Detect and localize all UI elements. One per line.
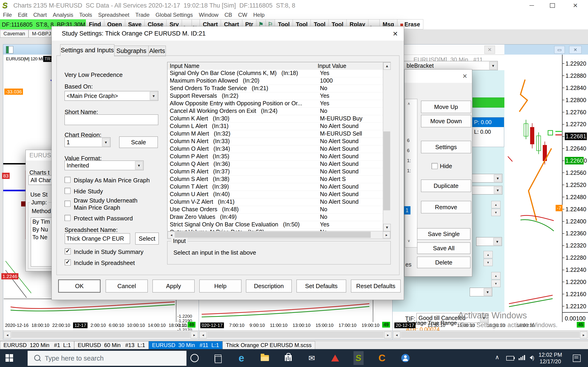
order-type-dropdown[interactable]: bleBracket ▼ — [393, 61, 498, 70]
chart-tab[interactable]: EURUSD 30 Min #11 L:1 — [149, 341, 223, 349]
file-explorer-icon[interactable] — [260, 351, 270, 365]
maximize-button[interactable] — [544, 0, 561, 11]
chevron-down-icon[interactable]: ▼ — [150, 92, 157, 100]
action-center-icon[interactable] — [573, 355, 581, 362]
table-row[interactable]: Maximum Position Allowed (In:20) 1000 — [167, 77, 383, 85]
chevron-down-icon[interactable]: ▼ — [494, 175, 502, 182]
apply-button[interactable]: Apply — [153, 280, 195, 292]
mail-icon[interactable]: ✉ — [307, 351, 317, 365]
short-name-input[interactable] — [65, 115, 158, 125]
scroll-thumb[interactable] — [207, 332, 384, 338]
app-icon-person[interactable] — [400, 351, 410, 365]
table-row[interactable]: Column T Alert (In:39) No Alert Sound — [167, 183, 383, 191]
menu-item[interactable]: Spreadsheet — [95, 12, 132, 18]
trade-dropdown[interactable]: ▼ — [472, 174, 502, 183]
chevron-down-icon[interactable]: ▼ — [135, 161, 143, 169]
chart-region-dropdown[interactable]: 1 ▼ — [65, 137, 111, 147]
menu-item[interactable]: Analysis — [50, 12, 76, 18]
menu-item[interactable]: File — [0, 12, 15, 18]
scroll-up-icon[interactable]: ∧ — [407, 101, 410, 106]
edge-icon[interactable]: e — [236, 351, 246, 365]
chart-tab[interactable]: EURUSD 120 Min #1 L:1 — [0, 341, 74, 349]
trade-dropdown[interactable]: ▼ — [470, 288, 492, 296]
sierra-chart-taskbar-icon[interactable]: S — [354, 351, 363, 365]
table-row[interactable]: Column N Alert (In:33) No Alert Sound — [167, 138, 383, 145]
table-row[interactable]: Column M Alert (In:32) M-EURUSD Sell — [167, 130, 383, 138]
table-row[interactable]: Support Reversals (In:22) Yes — [167, 92, 383, 100]
scroll-left-icon[interactable]: ◂ — [393, 332, 400, 338]
close-icon[interactable]: ✕ — [484, 46, 495, 54]
column-header-input-value[interactable]: Input Value — [318, 63, 346, 69]
table-row[interactable]: Draw Zero Values (In:49) No — [167, 214, 383, 221]
tab-alerts[interactable]: Alerts — [148, 46, 166, 56]
table-row[interactable]: Signal Only On Bar Close (Columns K, M) … — [167, 70, 383, 77]
buy-button[interactable] — [473, 98, 505, 108]
table-row[interactable]: Column Q Alert (In:36) No Alert Sound — [167, 161, 383, 168]
restore-icon[interactable]: ▭ — [554, 46, 565, 54]
price-scale[interactable]: -7 1.22920 1.22880 1.22840 — [562, 55, 588, 322]
hide-checkbox[interactable] — [432, 163, 438, 169]
table-row[interactable]: Column V-Z Alert (In:41) No Alert Sound — [167, 198, 383, 206]
chevron-down-icon[interactable]: ▼ — [493, 238, 501, 245]
chart-tab[interactable]: Thick Orange CP EURUSD M.scss — [223, 341, 315, 349]
studies-list-fragment[interactable]: ∧ ∨ 6 6 1: 1: — [405, 99, 417, 248]
volume-icon[interactable]: ) — [530, 355, 534, 361]
search-box[interactable]: Type here to search — [27, 351, 187, 366]
table-row[interactable]: Column U Alert (In:40) No Alert Sound — [167, 191, 383, 198]
settings-button[interactable]: Settings — [421, 141, 471, 153]
save-all-button[interactable]: Save All — [417, 242, 470, 254]
dollar-window-titlebar[interactable]: Dollar ▭ ✕ — [504, 44, 588, 55]
table-header[interactable]: Input Name Input Value — [167, 62, 383, 70]
spreadsheet-name-input[interactable]: Thick Orange CP EUR — [65, 233, 130, 244]
battery-icon[interactable] — [506, 356, 514, 361]
column-header-input-name[interactable]: Input Name — [170, 63, 199, 69]
ok-button[interactable]: OK — [58, 280, 100, 292]
protect-password-checkbox[interactable] — [65, 215, 70, 221]
cortana-icon[interactable] — [190, 351, 199, 365]
chart-hscrollbar[interactable]: ◂ ▸ — [3, 331, 199, 339]
scroll-thumb[interactable] — [401, 332, 579, 338]
network-icon[interactable] — [519, 355, 525, 360]
table-vscrollbar[interactable]: ▲ ▼ — [383, 62, 391, 231]
description-button[interactable]: Description — [246, 280, 292, 292]
start-button[interactable] — [6, 354, 13, 362]
draw-underneath-checkbox[interactable] — [65, 201, 70, 207]
close-icon[interactable]: ✕ — [461, 72, 469, 80]
minimize-button[interactable] — [524, 0, 540, 11]
app-icon-c[interactable]: C — [377, 351, 387, 365]
table-row[interactable]: Column K Alert (In:30) M-EURUSD Buy — [167, 115, 383, 123]
scroll-thumb[interactable] — [11, 332, 190, 338]
close-icon[interactable]: ✕ — [569, 46, 582, 54]
table-row[interactable]: Send Orders To Trade Service (In:21) No — [167, 85, 383, 92]
chevron-down-icon[interactable]: ▼ — [484, 288, 492, 296]
menu-item[interactable]: Edit — [15, 12, 30, 18]
scale-button[interactable]: Scale — [119, 136, 158, 148]
scroll-right-icon[interactable]: ▸ — [384, 332, 392, 338]
table-row[interactable]: Column L Alert (In:31) No Alert Sound — [167, 123, 383, 130]
close-icon[interactable]: ✕ — [391, 30, 400, 38]
table-row[interactable]: Strict Signal Only On Bar Close Evaluati… — [167, 221, 383, 229]
table-row[interactable]: Column P Alert (In:35) No Alert Sound — [167, 153, 383, 161]
scroll-right-icon[interactable]: ▸ — [383, 232, 390, 238]
based-on-dropdown[interactable]: <Main Price Graph> ▼ — [65, 91, 158, 101]
scroll-left-icon[interactable]: ◂ — [4, 332, 11, 338]
quantity-stepper[interactable]: ▲▼ — [484, 251, 493, 266]
menu-item[interactable]: CB — [221, 12, 235, 18]
menu-item[interactable]: Trade — [132, 12, 153, 18]
tab-settings-and-inputs[interactable]: Settings and Inputs — [60, 44, 114, 56]
task-view-icon[interactable] — [213, 351, 223, 365]
chevron-down-icon[interactable]: ▼ — [494, 186, 502, 194]
reset-defaults-button[interactable]: Reset Defaults — [351, 280, 401, 292]
help-button[interactable]: Help — [199, 280, 242, 292]
table-row[interactable]: Allow Opposite Entry with Opposing Posit… — [167, 100, 383, 108]
chart-hscrollbar[interactable]: ◂ ▸ — [393, 331, 588, 339]
scroll-right-icon[interactable]: ▸ — [580, 332, 587, 338]
include-spreadsheet-checkbox[interactable] — [65, 259, 71, 265]
scroll-right-icon[interactable]: ▸ — [191, 332, 198, 338]
dialog-title[interactable]: Study Settings: Thick Orange CP EURUSD M… — [52, 26, 404, 41]
move-down-button[interactable]: Move Down — [421, 115, 471, 127]
chevron-down-icon[interactable]: ▼ — [489, 62, 497, 69]
remove-button[interactable]: Remove — [421, 201, 471, 213]
move-up-button[interactable]: Move Up — [421, 101, 471, 113]
trade-dropdown[interactable]: ▼ — [476, 237, 502, 246]
